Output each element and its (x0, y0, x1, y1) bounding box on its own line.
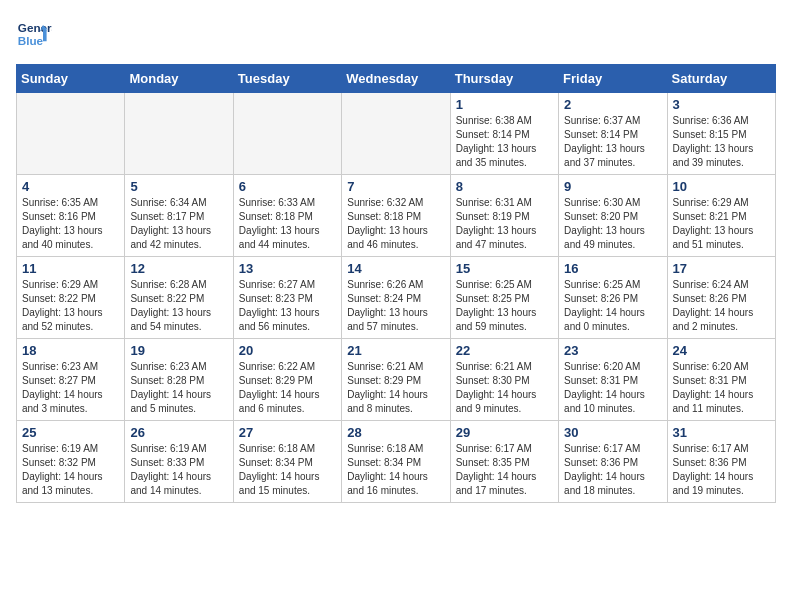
calendar-cell: 10Sunrise: 6:29 AMSunset: 8:21 PMDayligh… (667, 175, 775, 257)
day-number: 26 (130, 425, 227, 440)
day-info: Sunrise: 6:38 AMSunset: 8:14 PMDaylight:… (456, 114, 553, 170)
day-info: Sunrise: 6:32 AMSunset: 8:18 PMDaylight:… (347, 196, 444, 252)
day-info: Sunrise: 6:17 AMSunset: 8:35 PMDaylight:… (456, 442, 553, 498)
day-number: 17 (673, 261, 770, 276)
day-info: Sunrise: 6:33 AMSunset: 8:18 PMDaylight:… (239, 196, 336, 252)
calendar-cell: 12Sunrise: 6:28 AMSunset: 8:22 PMDayligh… (125, 257, 233, 339)
day-info: Sunrise: 6:24 AMSunset: 8:26 PMDaylight:… (673, 278, 770, 334)
weekday-header: Tuesday (233, 65, 341, 93)
calendar-week-row: 11Sunrise: 6:29 AMSunset: 8:22 PMDayligh… (17, 257, 776, 339)
day-info: Sunrise: 6:28 AMSunset: 8:22 PMDaylight:… (130, 278, 227, 334)
calendar-cell: 16Sunrise: 6:25 AMSunset: 8:26 PMDayligh… (559, 257, 667, 339)
calendar-cell: 30Sunrise: 6:17 AMSunset: 8:36 PMDayligh… (559, 421, 667, 503)
calendar-cell: 3Sunrise: 6:36 AMSunset: 8:15 PMDaylight… (667, 93, 775, 175)
day-info: Sunrise: 6:17 AMSunset: 8:36 PMDaylight:… (673, 442, 770, 498)
day-info: Sunrise: 6:23 AMSunset: 8:28 PMDaylight:… (130, 360, 227, 416)
day-info: Sunrise: 6:20 AMSunset: 8:31 PMDaylight:… (673, 360, 770, 416)
day-info: Sunrise: 6:34 AMSunset: 8:17 PMDaylight:… (130, 196, 227, 252)
day-info: Sunrise: 6:29 AMSunset: 8:22 PMDaylight:… (22, 278, 119, 334)
calendar-cell: 25Sunrise: 6:19 AMSunset: 8:32 PMDayligh… (17, 421, 125, 503)
day-info: Sunrise: 6:20 AMSunset: 8:31 PMDaylight:… (564, 360, 661, 416)
calendar-cell: 19Sunrise: 6:23 AMSunset: 8:28 PMDayligh… (125, 339, 233, 421)
calendar-cell (342, 93, 450, 175)
day-info: Sunrise: 6:21 AMSunset: 8:29 PMDaylight:… (347, 360, 444, 416)
svg-text:General: General (18, 21, 52, 34)
calendar-cell: 22Sunrise: 6:21 AMSunset: 8:30 PMDayligh… (450, 339, 558, 421)
calendar-table: SundayMondayTuesdayWednesdayThursdayFrid… (16, 64, 776, 503)
day-info: Sunrise: 6:19 AMSunset: 8:32 PMDaylight:… (22, 442, 119, 498)
calendar-cell: 5Sunrise: 6:34 AMSunset: 8:17 PMDaylight… (125, 175, 233, 257)
calendar-cell: 9Sunrise: 6:30 AMSunset: 8:20 PMDaylight… (559, 175, 667, 257)
day-number: 18 (22, 343, 119, 358)
day-info: Sunrise: 6:26 AMSunset: 8:24 PMDaylight:… (347, 278, 444, 334)
calendar-week-row: 18Sunrise: 6:23 AMSunset: 8:27 PMDayligh… (17, 339, 776, 421)
day-number: 12 (130, 261, 227, 276)
weekday-header: Friday (559, 65, 667, 93)
day-number: 11 (22, 261, 119, 276)
day-info: Sunrise: 6:25 AMSunset: 8:25 PMDaylight:… (456, 278, 553, 334)
day-info: Sunrise: 6:25 AMSunset: 8:26 PMDaylight:… (564, 278, 661, 334)
calendar-cell: 29Sunrise: 6:17 AMSunset: 8:35 PMDayligh… (450, 421, 558, 503)
calendar-cell: 23Sunrise: 6:20 AMSunset: 8:31 PMDayligh… (559, 339, 667, 421)
day-info: Sunrise: 6:27 AMSunset: 8:23 PMDaylight:… (239, 278, 336, 334)
day-number: 22 (456, 343, 553, 358)
day-number: 31 (673, 425, 770, 440)
day-number: 28 (347, 425, 444, 440)
header: General Blue (16, 16, 776, 52)
day-info: Sunrise: 6:18 AMSunset: 8:34 PMDaylight:… (239, 442, 336, 498)
day-info: Sunrise: 6:19 AMSunset: 8:33 PMDaylight:… (130, 442, 227, 498)
calendar-cell (17, 93, 125, 175)
day-number: 2 (564, 97, 661, 112)
calendar-cell: 18Sunrise: 6:23 AMSunset: 8:27 PMDayligh… (17, 339, 125, 421)
day-number: 29 (456, 425, 553, 440)
day-number: 21 (347, 343, 444, 358)
day-info: Sunrise: 6:30 AMSunset: 8:20 PMDaylight:… (564, 196, 661, 252)
calendar-cell: 24Sunrise: 6:20 AMSunset: 8:31 PMDayligh… (667, 339, 775, 421)
calendar-cell: 6Sunrise: 6:33 AMSunset: 8:18 PMDaylight… (233, 175, 341, 257)
day-number: 23 (564, 343, 661, 358)
calendar-cell: 17Sunrise: 6:24 AMSunset: 8:26 PMDayligh… (667, 257, 775, 339)
calendar-week-row: 1Sunrise: 6:38 AMSunset: 8:14 PMDaylight… (17, 93, 776, 175)
calendar-cell: 13Sunrise: 6:27 AMSunset: 8:23 PMDayligh… (233, 257, 341, 339)
calendar-cell: 7Sunrise: 6:32 AMSunset: 8:18 PMDaylight… (342, 175, 450, 257)
day-number: 15 (456, 261, 553, 276)
calendar-cell: 31Sunrise: 6:17 AMSunset: 8:36 PMDayligh… (667, 421, 775, 503)
svg-text:Blue: Blue (18, 34, 44, 47)
calendar-week-row: 25Sunrise: 6:19 AMSunset: 8:32 PMDayligh… (17, 421, 776, 503)
calendar-cell: 11Sunrise: 6:29 AMSunset: 8:22 PMDayligh… (17, 257, 125, 339)
day-info: Sunrise: 6:29 AMSunset: 8:21 PMDaylight:… (673, 196, 770, 252)
calendar-cell (125, 93, 233, 175)
calendar-cell: 4Sunrise: 6:35 AMSunset: 8:16 PMDaylight… (17, 175, 125, 257)
calendar-cell: 27Sunrise: 6:18 AMSunset: 8:34 PMDayligh… (233, 421, 341, 503)
logo-icon: General Blue (16, 16, 52, 52)
calendar-cell: 15Sunrise: 6:25 AMSunset: 8:25 PMDayligh… (450, 257, 558, 339)
day-number: 3 (673, 97, 770, 112)
calendar-cell: 14Sunrise: 6:26 AMSunset: 8:24 PMDayligh… (342, 257, 450, 339)
day-info: Sunrise: 6:22 AMSunset: 8:29 PMDaylight:… (239, 360, 336, 416)
day-info: Sunrise: 6:23 AMSunset: 8:27 PMDaylight:… (22, 360, 119, 416)
day-number: 27 (239, 425, 336, 440)
calendar-cell: 8Sunrise: 6:31 AMSunset: 8:19 PMDaylight… (450, 175, 558, 257)
day-info: Sunrise: 6:18 AMSunset: 8:34 PMDaylight:… (347, 442, 444, 498)
day-number: 7 (347, 179, 444, 194)
calendar-cell: 1Sunrise: 6:38 AMSunset: 8:14 PMDaylight… (450, 93, 558, 175)
day-number: 30 (564, 425, 661, 440)
day-info: Sunrise: 6:37 AMSunset: 8:14 PMDaylight:… (564, 114, 661, 170)
weekday-header: Saturday (667, 65, 775, 93)
logo: General Blue (16, 16, 56, 52)
day-info: Sunrise: 6:36 AMSunset: 8:15 PMDaylight:… (673, 114, 770, 170)
calendar-cell: 20Sunrise: 6:22 AMSunset: 8:29 PMDayligh… (233, 339, 341, 421)
weekday-header: Sunday (17, 65, 125, 93)
day-info: Sunrise: 6:17 AMSunset: 8:36 PMDaylight:… (564, 442, 661, 498)
day-number: 24 (673, 343, 770, 358)
day-number: 25 (22, 425, 119, 440)
calendar-cell: 21Sunrise: 6:21 AMSunset: 8:29 PMDayligh… (342, 339, 450, 421)
calendar-cell: 28Sunrise: 6:18 AMSunset: 8:34 PMDayligh… (342, 421, 450, 503)
day-number: 19 (130, 343, 227, 358)
calendar-cell (233, 93, 341, 175)
day-number: 6 (239, 179, 336, 194)
day-number: 13 (239, 261, 336, 276)
day-info: Sunrise: 6:35 AMSunset: 8:16 PMDaylight:… (22, 196, 119, 252)
weekday-header: Wednesday (342, 65, 450, 93)
day-number: 4 (22, 179, 119, 194)
